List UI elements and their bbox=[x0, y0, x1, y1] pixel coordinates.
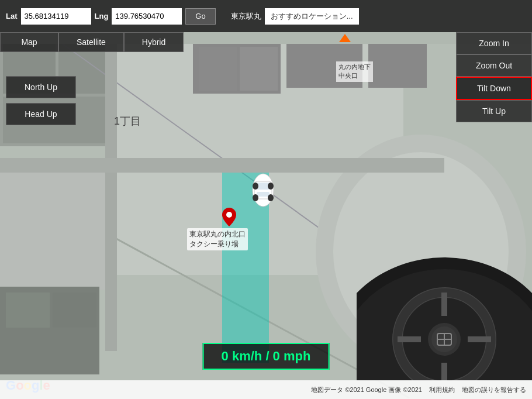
svg-rect-12 bbox=[368, 41, 427, 88]
svg-point-32 bbox=[226, 212, 232, 218]
station-text: 東京駅丸 bbox=[231, 11, 261, 22]
left-controls: North Up Head Up bbox=[6, 76, 76, 125]
lng-label: Lng bbox=[95, 12, 109, 20]
tilt-down-button[interactable]: Tilt Down bbox=[456, 77, 532, 100]
svg-point-30 bbox=[253, 194, 258, 201]
go-button[interactable]: Go bbox=[185, 8, 215, 25]
head-up-button[interactable]: Head Up bbox=[6, 103, 76, 125]
lat-input[interactable] bbox=[21, 8, 91, 25]
svg-rect-26 bbox=[257, 183, 270, 190]
svg-point-29 bbox=[268, 183, 274, 190]
svg-point-28 bbox=[253, 183, 258, 190]
zoom-out-button[interactable]: Zoom Out bbox=[456, 54, 532, 77]
svg-rect-20 bbox=[6, 293, 50, 328]
zoom-in-button[interactable]: Zoom In bbox=[456, 32, 532, 54]
top-bar: Lat Lng Go 東京駅丸 おすすめロケーション... bbox=[0, 0, 532, 32]
svg-rect-16 bbox=[105, 41, 117, 351]
recommend-button[interactable]: おすすめロケーション... bbox=[265, 8, 359, 25]
lat-label: Lat bbox=[6, 12, 18, 20]
pin-label: 東京駅丸の内北口タクシー乗り場 bbox=[187, 228, 248, 250]
right-controls: Zoom In Zoom Out Tilt Down Tilt Up bbox=[456, 32, 532, 122]
report-error-link[interactable]: 地図の誤りを報告する bbox=[462, 386, 526, 394]
map-type-map[interactable]: Map bbox=[0, 32, 58, 52]
speed-display: 0 km/h / 0 mph bbox=[203, 343, 330, 370]
svg-rect-21 bbox=[53, 293, 96, 328]
svg-rect-10 bbox=[240, 47, 278, 91]
north-up-button[interactable]: North Up bbox=[6, 76, 76, 98]
lng-input[interactable] bbox=[112, 8, 182, 25]
svg-rect-18 bbox=[0, 173, 105, 290]
block-label: 1丁目 bbox=[114, 114, 141, 128]
footer-bar: 地図データ ©2021 Google 画像 ©2021 利用規約 地図の誤りを報… bbox=[0, 380, 532, 399]
dashboard bbox=[357, 252, 532, 380]
tilt-up-button[interactable]: Tilt Up bbox=[456, 100, 532, 122]
terms-link[interactable]: 利用規約 bbox=[429, 386, 455, 394]
svg-rect-27 bbox=[257, 192, 270, 197]
map-type-hybrid[interactable]: Hybrid bbox=[124, 32, 184, 52]
entrance-label: 丸の内地下中央口 bbox=[336, 61, 373, 82]
svg-point-31 bbox=[268, 194, 274, 201]
map-type-satellite[interactable]: Satellite bbox=[58, 32, 124, 52]
map-data-text: 地図データ ©2021 Google 画像 ©2021 bbox=[311, 386, 422, 394]
svg-rect-17 bbox=[0, 158, 444, 173]
svg-rect-9 bbox=[199, 47, 237, 91]
map-type-bar: Map Satellite Hybrid bbox=[0, 32, 184, 52]
